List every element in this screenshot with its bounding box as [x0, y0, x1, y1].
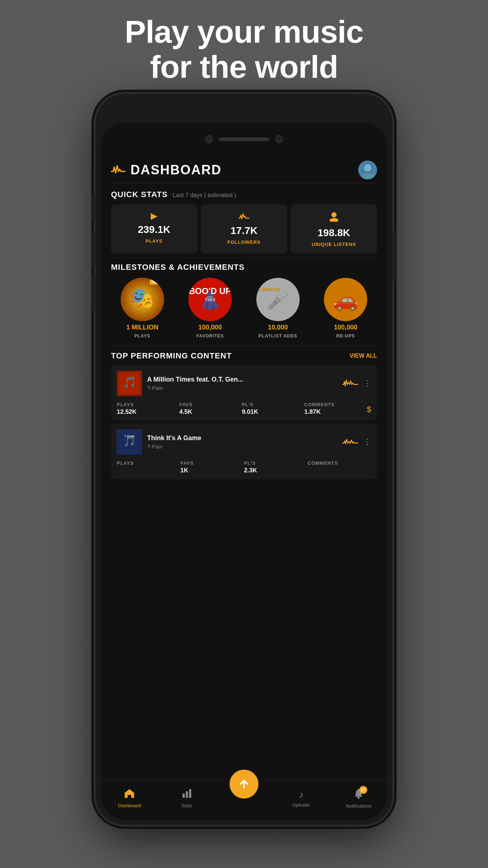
track-2-actions: ⋮: [342, 437, 371, 447]
followers-value: 17.7K: [231, 225, 258, 237]
track-2-pls-label: PL'S: [244, 460, 308, 466]
track-2-top-row: 🎵 T-PAIN Think It's A Game T-Pain: [111, 424, 377, 458]
track-1-thumbnail: 🎵: [117, 371, 142, 396]
track-1-name: A Million Times feat. O.T. Gen...: [147, 376, 337, 383]
quick-stats-title: QUICK STATS: [111, 190, 168, 199]
track-2-stats-row: PLAYS FAVS 1K PL'S 2.3K: [111, 458, 377, 479]
track-1-info: A Million Times feat. O.T. Gen... T-Pain: [147, 376, 337, 391]
hero-line1: Play your music: [0, 14, 488, 50]
hero-text: Play your music for the world: [0, 14, 488, 85]
track-2-favs-label: FAVS: [180, 460, 244, 466]
milestone-1-million-plays[interactable]: 🎭 NEW 1 MILLION PLAYS: [111, 278, 174, 339]
track-1-waveform-icon[interactable]: [342, 378, 358, 389]
track-1-pls-label: PL'S: [242, 402, 304, 407]
milestones-section: MILESTONES & ACHIEVEMENTS 🎭: [101, 258, 387, 342]
track-2-stat-favs: FAVS 1K: [180, 460, 244, 474]
app-header: DASHBOARD: [101, 156, 387, 183]
nav-item-uploads[interactable]: ♪ Uploads: [273, 789, 330, 810]
milestone-1-label: PLAYS: [134, 333, 150, 339]
stats-nav-icon: [182, 788, 192, 801]
track-1-artist: T-Pain: [147, 385, 337, 391]
track-1-top-row: 🎵 A Million Times feat. O.T. Gen... T-Pa…: [111, 365, 377, 400]
track-1-stat-plays: PLAYS 12.52K: [117, 402, 179, 416]
phone-screen: DASHBOARD QUICK STATS Last 7: [101, 123, 387, 820]
svg-point-3: [331, 212, 337, 217]
svg-text:T-PAIN: T-PAIN: [124, 434, 134, 438]
milestone-4-value: 100,000: [334, 324, 358, 331]
upload-fab-button[interactable]: [230, 770, 258, 799]
track-1-plays-value: 12.52K: [117, 408, 179, 416]
track-1-favs-label: FAVS: [179, 402, 242, 407]
svg-text:TMIX: TMIX: [205, 297, 216, 302]
track-card-2: 🎵 T-PAIN Think It's A Game T-Pain: [111, 424, 377, 479]
play-icon: ▶: [151, 211, 157, 221]
nav-item-dashboard[interactable]: Dashboard: [101, 788, 158, 811]
track-1-stat-favs: FAVS 4.5K: [179, 402, 242, 416]
track-1-more-icon[interactable]: ⋮: [363, 379, 371, 388]
svg-text:T-WAYNE: T-WAYNE: [258, 287, 281, 293]
milestone-100k-reups[interactable]: 🚗 100,000 RE-UPS: [314, 278, 377, 339]
milestone-4-label: RE-UPS: [337, 333, 355, 339]
track-1-stats-row: PLAYS 12.52K FAVS 4.5K PL'S 9.01K: [111, 400, 377, 421]
nav-item-notifications[interactable]: 27 Notifications: [330, 788, 387, 812]
track-2-name: Think It's A Game: [147, 434, 337, 442]
plays-value: 239.1K: [138, 224, 170, 235]
track-1-comments-label: COMMENTS: [304, 402, 367, 407]
unique-listens-icon: [329, 211, 339, 224]
svg-rect-24: [189, 789, 191, 798]
dollar-icon: $: [367, 405, 371, 414]
track-1-pls-value: 9.01K: [242, 408, 304, 416]
uploads-nav-label: Uploads: [293, 802, 310, 808]
track-2-more-icon[interactable]: ⋮: [363, 437, 371, 447]
milestones-row: 🎭 NEW 1 MILLION PLAYS: [111, 278, 377, 339]
top-content-title: TOP PERFORMING CONTENT: [111, 351, 232, 361]
quick-stats-header: QUICK STATS Last 7 days ( estimated ): [111, 190, 377, 199]
unique-listens-label: UNIQUE LISTENS: [312, 242, 356, 247]
milestone-2-label: FAVORITES: [196, 333, 224, 339]
track-1-comments-value: 1.87K: [304, 408, 367, 416]
phone-camera-right: [275, 135, 283, 143]
milestone-circle-1: 🎭 NEW: [121, 278, 164, 321]
followers-label: FOLLOWERS: [227, 239, 261, 245]
track-card-1: 🎵 A Million Times feat. O.T. Gen... T-Pa…: [111, 365, 377, 421]
stats-row: ▶ 239.1K PLAYS 17.7K F: [111, 204, 377, 254]
view-all-button[interactable]: VIEW ALL: [350, 353, 377, 359]
quick-stats-section: QUICK STATS Last 7 days ( estimated ) ▶ …: [101, 183, 387, 257]
dashboard-nav-icon: [124, 788, 135, 801]
nav-item-stats[interactable]: Stats: [158, 788, 215, 811]
stats-nav-label: Stats: [181, 803, 192, 808]
track-1-plays-label: PLAYS: [117, 402, 179, 407]
milestone-3-value: 10,000: [268, 324, 288, 331]
milestone-1-value: 1 MILLION: [126, 324, 158, 331]
notification-badge-count: 27: [359, 786, 367, 794]
followers-icon: [239, 211, 249, 222]
phone-button-mute: [93, 195, 96, 221]
track-2-pls-value: 2.3K: [244, 467, 308, 474]
top-performing-section: TOP PERFORMING CONTENT VIEW ALL 🎵: [101, 346, 387, 479]
header-left: DASHBOARD: [111, 162, 222, 178]
stat-card-plays: ▶ 239.1K PLAYS: [111, 204, 197, 254]
plays-label: PLAYS: [146, 238, 163, 244]
hero-line2: for the world: [0, 50, 488, 85]
track-2-plays-label: PLAYS: [117, 460, 180, 466]
track-2-info: Think It's A Game T-Pain: [147, 434, 337, 450]
new-badge: NEW: [150, 279, 162, 285]
track-2-stat-plays: PLAYS: [117, 460, 180, 474]
track-2-waveform-icon[interactable]: [342, 437, 358, 447]
app-logo-icon: [111, 164, 125, 176]
svg-text:🚗: 🚗: [333, 288, 358, 312]
user-avatar[interactable]: [358, 161, 377, 179]
phone-speaker: [219, 137, 269, 141]
milestone-10k-playlist-adds[interactable]: 🎤 T-WAYNE 10,000 PLAYLIST ADDS: [247, 278, 309, 339]
track-2-favs-value: 1K: [180, 467, 244, 474]
stat-card-followers: 17.7K FOLLOWERS: [201, 204, 287, 254]
milestone-circle-2: 👗 BOO'D UP TMIX: [188, 278, 232, 321]
header-title: DASHBOARD: [130, 162, 222, 178]
svg-text:BOO'D UP: BOO'D UP: [189, 286, 231, 296]
track-2-comments-label: COMMENTS: [308, 460, 371, 466]
track-2-artist: T-Pain: [147, 443, 337, 450]
track-1-favs-value: 4.5K: [179, 408, 242, 416]
track-1-stat-comments: COMMENTS 1.87K: [304, 402, 367, 416]
milestone-100k-favorites[interactable]: 👗 BOO'D UP TMIX 100,000 FAVORITES: [179, 278, 242, 339]
track-2-thumbnail: 🎵 T-PAIN: [117, 429, 142, 455]
